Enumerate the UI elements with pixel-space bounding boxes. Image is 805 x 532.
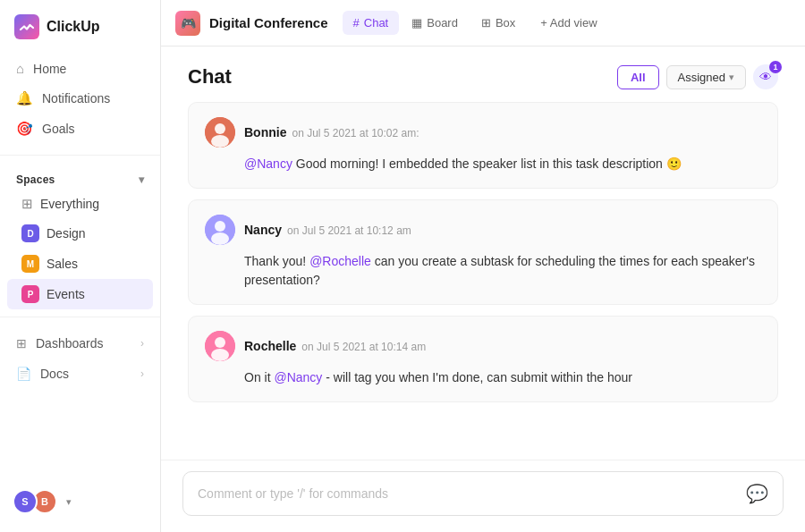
tab-chat-label: Chat — [364, 16, 388, 30]
sidebar: ClickUp ⌂ Home 🔔 Notifications 🎯 Goals S… — [0, 0, 161, 532]
message-card-1: Bonnie on Jul 5 2021 at 10:02 am: @Nancy… — [188, 102, 778, 189]
sidebar-item-home-label: Home — [33, 62, 66, 76]
message-body-3: On it @Nancy - will tag you when I'm don… — [205, 368, 761, 387]
logo-icon — [14, 14, 39, 39]
eye-badge[interactable]: 👁 1 — [753, 64, 778, 89]
sidebar-item-docs-label: Docs — [40, 367, 69, 381]
logo-text: ClickUp — [47, 19, 100, 35]
divider-1 — [0, 155, 160, 156]
chat-content: Chat All Assigned ▾ 👁 1 — [161, 46, 805, 532]
hash-icon: # — [353, 16, 360, 30]
comment-placeholder[interactable]: Comment or type '/' for commands — [198, 486, 388, 501]
filter-all-button[interactable]: All — [617, 65, 659, 89]
footer-chevron-icon: ▾ — [66, 496, 72, 508]
message-time-3: on Jul 5 2021 at 10:14 am — [301, 341, 426, 353]
sidebar-item-events-label: Events — [47, 287, 85, 301]
chevron-right-icon-2: › — [140, 367, 144, 380]
divider-2 — [0, 317, 160, 317]
add-view-label: + Add view — [540, 16, 597, 30]
message-body-2: Thank you! @Rochelle can you create a su… — [205, 252, 761, 290]
sidebar-item-dashboards[interactable]: ⊞ Dashboards › — [7, 328, 153, 359]
tab-board-label: Board — [427, 16, 458, 30]
box-icon: ⊞ — [481, 16, 491, 30]
bell-icon: 🔔 — [16, 90, 33, 106]
chevron-down-icon-filter: ▾ — [729, 72, 734, 83]
logo[interactable]: ClickUp — [0, 0, 160, 50]
add-view-button[interactable]: + Add view — [530, 11, 607, 35]
message-meta-1: Bonnie on Jul 5 2021 at 10:02 am: — [244, 125, 419, 139]
sidebar-item-everything[interactable]: ⊞ Everything — [7, 190, 153, 218]
sales-badge: M — [21, 255, 39, 273]
chat-title: Chat — [188, 65, 232, 89]
topbar: 🎮 Digital Conference # Chat ▦ Board ⊞ Bo… — [161, 0, 805, 46]
message-author-1: Bonnie — [244, 125, 286, 139]
message-card-2: Nancy on Jul 5 2021 at 10:12 am Thank yo… — [188, 199, 778, 305]
message-header-3: Rochelle on Jul 5 2021 at 10:14 am — [205, 331, 761, 361]
sidebar-nav: ⌂ Home 🔔 Notifications 🎯 Goals — [0, 50, 160, 148]
tab-board[interactable]: ▦ Board — [401, 11, 469, 35]
sidebar-item-notifications[interactable]: 🔔 Notifications — [7, 83, 153, 114]
mention-nancy-2: @Nancy — [274, 370, 322, 384]
home-icon: ⌂ — [16, 61, 24, 76]
sidebar-bottom-nav: ⊞ Dashboards › 📄 Docs › — [0, 325, 160, 393]
sidebar-item-design[interactable]: D Design — [7, 218, 153, 249]
tab-box[interactable]: ⊞ Box — [470, 11, 526, 35]
board-icon: ▦ — [411, 16, 422, 30]
sidebar-footer[interactable]: S B ▾ — [0, 480, 160, 523]
message-header-2: Nancy on Jul 5 2021 at 10:12 am — [205, 215, 761, 245]
sidebar-item-sales[interactable]: M Sales — [7, 249, 153, 279]
sidebar-item-goals[interactable]: 🎯 Goals — [7, 114, 153, 144]
tab-box-label: Box — [496, 16, 515, 30]
messages-area: Bonnie on Jul 5 2021 at 10:02 am: @Nancy… — [161, 102, 805, 460]
message-meta-3: Rochelle on Jul 5 2021 at 10:14 am — [244, 339, 426, 353]
message-time-2: on Jul 5 2021 at 10:12 am — [287, 224, 411, 237]
svg-point-8 — [211, 349, 229, 361]
sidebar-item-everything-label: Everything — [40, 197, 99, 211]
message-text-3a: On it — [244, 370, 274, 384]
main-content: 🎮 Digital Conference # Chat ▦ Board ⊞ Bo… — [161, 0, 805, 532]
sidebar-item-docs[interactable]: 📄 Docs › — [7, 359, 153, 389]
filter-assigned-dropdown[interactable]: Assigned ▾ — [666, 65, 746, 89]
avatar-rochelle — [205, 331, 235, 361]
spaces-section-header[interactable]: Spaces ▾ — [0, 163, 160, 190]
everything-icon: ⊞ — [21, 196, 33, 212]
tab-chat[interactable]: # Chat — [343, 11, 400, 35]
eye-badge-count: 1 — [769, 61, 782, 73]
message-body-1: @Nancy Good morning! I embedded the spea… — [205, 155, 761, 173]
comment-input-box[interactable]: Comment or type '/' for commands 💬 — [182, 471, 784, 516]
message-card-3: Rochelle on Jul 5 2021 at 10:14 am On it… — [188, 316, 778, 402]
svg-point-1 — [215, 123, 225, 134]
sidebar-item-home[interactable]: ⌂ Home — [7, 54, 153, 83]
comment-area: Comment or type '/' for commands 💬 — [161, 460, 805, 532]
mention-rochelle: @Rochelle — [309, 254, 371, 268]
message-text-1: Good morning! I embedded the speaker lis… — [296, 156, 682, 171]
sidebar-item-events[interactable]: P Events — [7, 279, 153, 309]
message-author-3: Rochelle — [244, 339, 296, 353]
svg-point-5 — [211, 232, 229, 245]
project-title: Digital Conference — [209, 15, 328, 30]
svg-point-4 — [215, 221, 225, 232]
avatar-nancy — [205, 215, 235, 245]
sidebar-item-notifications-label: Notifications — [42, 91, 110, 106]
svg-point-7 — [215, 337, 225, 348]
chat-header: Chat All Assigned ▾ 👁 1 — [161, 46, 805, 102]
avatar-bonnie — [205, 117, 235, 148]
spaces-list: ⊞ Everything D Design M Sales P Events — [0, 190, 160, 309]
docs-icon: 📄 — [16, 367, 31, 381]
message-text-2a: Thank you! — [244, 254, 309, 268]
dashboards-icon: ⊞ — [16, 336, 27, 350]
goals-icon: 🎯 — [16, 121, 33, 137]
sidebar-item-dashboards-label: Dashboards — [36, 336, 104, 350]
chevron-right-icon: › — [140, 337, 144, 350]
avatar-stack: S B — [13, 489, 57, 514]
message-header-1: Bonnie on Jul 5 2021 at 10:02 am: — [205, 117, 761, 148]
filter-assigned-label: Assigned — [678, 71, 725, 84]
spaces-label: Spaces — [16, 173, 55, 186]
avatar-s: S — [13, 489, 38, 514]
send-icon: 💬 — [746, 483, 768, 504]
message-meta-2: Nancy on Jul 5 2021 at 10:12 am — [244, 223, 411, 237]
sidebar-item-design-label: Design — [47, 226, 86, 241]
mention-nancy-1: @Nancy — [244, 156, 292, 171]
design-badge: D — [21, 224, 39, 242]
topbar-tabs: # Chat ▦ Board ⊞ Box — [343, 11, 527, 35]
